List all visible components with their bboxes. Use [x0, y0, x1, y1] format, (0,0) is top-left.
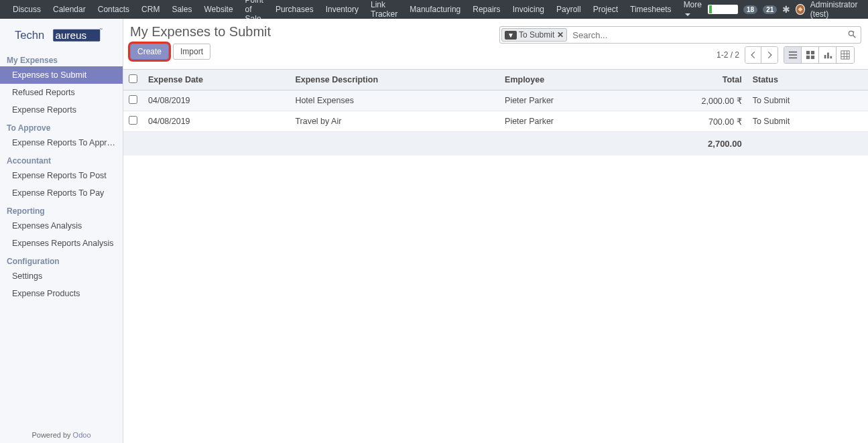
user-menu[interactable]: Administrator (test)	[810, 0, 866, 19]
create-button[interactable]: Create	[130, 44, 169, 60]
footer-total: 2,700.00	[633, 132, 747, 156]
side-section-to-approve: To Approve	[0, 119, 123, 134]
side-item-expense-reports-to-appr-[interactable]: Expense Reports To Appr…	[0, 134, 123, 151]
cell-emp: Pieter Parker	[499, 90, 633, 111]
row-checkbox[interactable]	[129, 95, 137, 104]
cell-date: 04/08/2019	[143, 111, 290, 132]
svg-rect-11	[810, 56, 814, 59]
nav-manufacturing[interactable]: Manufacturing	[404, 5, 467, 14]
svg-rect-15	[841, 51, 849, 59]
powered-by: Powered by Odoo	[0, 427, 123, 443]
side-item-expense-reports-to-post[interactable]: Expense Reports To Post	[0, 167, 123, 184]
filter-remove-icon[interactable]: ✕	[557, 30, 564, 40]
cell-desc: Hotel Expenses	[290, 90, 499, 111]
nav-timesheets[interactable]: Timesheets	[624, 5, 678, 14]
pivot-icon	[841, 50, 850, 60]
filter-chip-to-submit[interactable]: ▼ To Submit ✕	[501, 28, 567, 42]
nav-website[interactable]: Website	[198, 5, 239, 14]
svg-text:+: +	[853, 29, 855, 34]
table-row[interactable]: 04/08/2019Travel by AirPieter Parker700.…	[123, 111, 868, 132]
col-total[interactable]: Total	[633, 70, 747, 90]
avatar-icon[interactable]	[796, 4, 804, 15]
activities-badge[interactable]: 21	[763, 5, 777, 14]
nav-sales[interactable]: Sales	[166, 5, 198, 14]
side-item-expense-reports-to-pay[interactable]: Expense Reports To Pay	[0, 184, 123, 202]
nav-purchases[interactable]: Purchases	[269, 5, 320, 14]
col-emp[interactable]: Employee	[499, 70, 633, 90]
logo-text-inv: aureus	[55, 29, 86, 41]
messages-badge[interactable]: 18	[743, 5, 757, 14]
side-section-my-expenses: My Expenses	[0, 51, 123, 66]
debug-icon[interactable]: ✱	[782, 4, 790, 15]
side-section-accountant: Accountant	[0, 151, 123, 167]
list-icon	[788, 50, 798, 60]
page-title: My Expenses to Submit	[130, 24, 499, 40]
graph-view-button[interactable]	[819, 47, 836, 63]
svg-text:™: ™	[99, 27, 102, 31]
side-item-expenses-reports-analysis[interactable]: Expenses Reports Analysis	[0, 235, 123, 252]
nav-repairs[interactable]: Repairs	[467, 5, 506, 14]
cell-desc: Travel by Air	[290, 111, 499, 132]
pager-next-button[interactable]	[761, 47, 778, 63]
list-view-button[interactable]	[784, 47, 802, 63]
side-item-expense-reports[interactable]: Expense Reports	[0, 101, 123, 119]
pager-prev-button[interactable]	[745, 47, 761, 63]
col-desc[interactable]: Expense Description	[290, 70, 499, 90]
row-checkbox[interactable]	[129, 116, 137, 125]
search-bar: ▼ To Submit ✕ +	[499, 26, 861, 44]
side-item-expenses-to-submit[interactable]: Expenses to Submit	[0, 66, 123, 84]
pager-text: 1-2 / 2	[717, 50, 739, 60]
search-input[interactable]	[568, 30, 843, 40]
funnel-icon: ▼	[505, 31, 517, 40]
nav-discuss[interactable]: Discuss	[7, 5, 47, 14]
nav-search[interactable]	[708, 5, 738, 14]
cell-status: To Submit	[747, 111, 855, 132]
side-item-settings[interactable]: Settings	[0, 267, 123, 285]
svg-rect-7	[788, 58, 796, 59]
nav-contacts[interactable]: Contacts	[92, 5, 135, 14]
powered-link[interactable]: Odoo	[73, 431, 91, 439]
side-section-configuration: Configuration	[0, 252, 123, 267]
expense-table: Expense Date Expense Description Employe…	[123, 69, 868, 155]
cell-emp: Pieter Parker	[499, 111, 633, 132]
chart-icon	[823, 50, 832, 60]
logo: Techn aureus ™	[0, 19, 123, 51]
table-row[interactable]: 04/08/2019Hotel ExpensesPieter Parker2,0…	[123, 90, 868, 111]
side-item-expenses-analysis[interactable]: Expenses Analysis	[0, 217, 123, 235]
search-expand-icon[interactable]: +	[843, 29, 861, 41]
side-item-expense-products[interactable]: Expense Products	[0, 285, 123, 302]
nav-crm[interactable]: CRM	[135, 5, 166, 14]
side-item-refused-reports[interactable]: Refused Reports	[0, 84, 123, 101]
main-content: My Expenses to Submit Create Import ▼ To…	[123, 19, 868, 443]
col-date[interactable]: Expense Date	[143, 70, 290, 90]
view-switcher	[784, 46, 855, 64]
cell-total: 700.00 ₹	[633, 111, 747, 132]
nav-more[interactable]: More	[678, 0, 708, 19]
pager-buttons	[745, 46, 778, 64]
logo-text: Techn	[15, 29, 44, 42]
top-navbar: DiscussCalendarContactsCRMSalesWebsitePo…	[0, 0, 868, 19]
chevron-right-icon	[765, 50, 774, 60]
col-status[interactable]: Status	[747, 70, 855, 90]
svg-rect-12	[824, 55, 826, 58]
nav-project[interactable]: Project	[587, 5, 624, 14]
nav-invoicing[interactable]: Invoicing	[507, 5, 550, 14]
pivot-view-button[interactable]	[836, 47, 854, 63]
select-all-checkbox[interactable]	[129, 74, 137, 83]
sidebar: Techn aureus ™ My ExpensesExpenses to Su…	[0, 19, 123, 443]
svg-rect-6	[788, 54, 796, 56]
svg-rect-13	[827, 53, 829, 59]
kanban-icon	[806, 50, 815, 60]
nav-link-tracker[interactable]: Link Tracker	[365, 0, 404, 19]
cell-total: 2,000.00 ₹	[633, 90, 747, 111]
cell-date: 04/08/2019	[143, 90, 290, 111]
svg-rect-9	[810, 51, 814, 54]
filter-chip-label: To Submit	[519, 30, 554, 40]
svg-rect-10	[806, 56, 809, 59]
nav-payroll[interactable]: Payroll	[550, 5, 587, 14]
nav-inventory[interactable]: Inventory	[320, 5, 365, 14]
import-button[interactable]: Import	[173, 44, 210, 60]
nav-calendar[interactable]: Calendar	[47, 5, 92, 14]
svg-rect-5	[788, 52, 796, 53]
kanban-view-button[interactable]	[802, 47, 819, 63]
